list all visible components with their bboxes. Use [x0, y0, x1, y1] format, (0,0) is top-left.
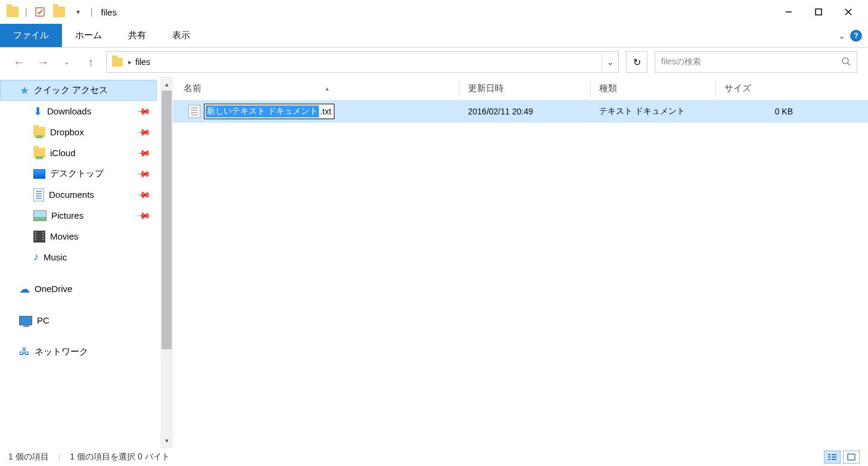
window-title: files [101, 7, 117, 17]
tab-view[interactable]: 表示 [159, 24, 203, 47]
status-item-count: 1 個の項目 [8, 452, 49, 462]
sidebar-item-label: PC [37, 315, 49, 325]
qat-dropdown-icon[interactable]: ▾ [70, 4, 86, 20]
qat-newfolder-icon[interactable] [51, 4, 67, 20]
file-type: テキスト ドキュメント [590, 106, 715, 117]
folder-icon [33, 127, 45, 137]
column-header-size[interactable]: サイズ [715, 79, 805, 97]
sort-indicator-icon: ▴ [326, 85, 329, 92]
status-bar: 1 個の項目 | 1 個の項目を選択 0 バイト [0, 448, 868, 466]
rename-extension: .txt [319, 106, 333, 117]
sidebar-item-music[interactable]: ♪ Music [0, 247, 157, 268]
sidebar-item-pictures[interactable]: Pictures 📌 [0, 205, 157, 226]
star-icon: ★ [20, 84, 29, 97]
address-bar[interactable]: ▸ files ⌄ [106, 51, 619, 73]
file-size: 0 KB [715, 107, 805, 116]
document-icon [33, 188, 44, 201]
separator: | [58, 452, 61, 462]
sidebar-item-label: ネットワーク [35, 346, 88, 358]
separator: | [91, 7, 93, 17]
svg-line-6 [848, 63, 850, 66]
address-separator-icon[interactable]: ▸ [128, 58, 132, 66]
tab-share[interactable]: 共有 [115, 24, 159, 47]
pin-icon: 📌 [136, 103, 151, 119]
search-input[interactable]: filesの検索 [655, 51, 857, 73]
column-header-name[interactable]: 名前 ▴ [173, 79, 459, 97]
rename-selected-text: 新しいテキスト ドキュメント [206, 105, 319, 117]
separator: | [25, 7, 27, 17]
view-large-icons-button[interactable] [843, 451, 860, 464]
status-selection: 1 個の項目を選択 0 バイト [70, 452, 169, 462]
svg-rect-7 [828, 454, 830, 455]
sidebar-item-dropbox[interactable]: Dropbox 📌 [0, 122, 157, 142]
sidebar-item-label: Movies [50, 231, 79, 241]
close-button[interactable] [833, 1, 863, 23]
svg-rect-10 [832, 454, 836, 455]
sidebar-item-desktop[interactable]: デスクトップ 📌 [0, 163, 157, 184]
column-headers: 名前 ▴ 更新日時 種類 サイズ [173, 76, 868, 100]
music-icon: ♪ [33, 251, 39, 263]
pin-icon: 📌 [136, 124, 151, 139]
sidebar-item-label: クイック アクセス [34, 85, 108, 96]
svg-point-5 [842, 58, 848, 64]
sidebar-scrollbar[interactable]: ▴ ▾ [160, 76, 173, 448]
forward-button[interactable]: → [35, 54, 51, 70]
download-icon: ⬇ [33, 105, 42, 118]
file-row[interactable]: 新しいテキスト ドキュメント.txt 2016/02/11 20:49 テキスト… [173, 100, 868, 123]
rename-input[interactable]: 新しいテキスト ドキュメント.txt [204, 104, 334, 119]
tab-home[interactable]: ホーム [62, 24, 115, 47]
search-placeholder: filesの検索 [661, 57, 701, 67]
folder-icon [33, 148, 45, 158]
sidebar-item-label: Dropbox [50, 127, 84, 137]
svg-rect-11 [832, 456, 836, 458]
scroll-up-icon[interactable]: ▴ [165, 79, 169, 89]
ribbon-tabs: ファイル ホーム 共有 表示 ⌄ ? [0, 24, 868, 48]
sidebar-item-label: Pictures [51, 210, 83, 220]
movies-icon [33, 231, 45, 243]
network-icon: 🖧 [19, 346, 30, 358]
recent-locations-button[interactable]: ⌄ [58, 54, 75, 70]
pc-icon [19, 316, 32, 325]
maximize-button[interactable] [804, 1, 833, 23]
column-header-date[interactable]: 更新日時 [459, 79, 590, 97]
sidebar-item-documents[interactable]: Documents 📌 [0, 184, 157, 205]
sidebar-pc[interactable]: PC [0, 310, 157, 331]
sidebar-item-movies[interactable]: Movies [0, 226, 157, 247]
refresh-button[interactable]: ↻ [626, 51, 647, 73]
file-list: 名前 ▴ 更新日時 種類 サイズ 新しいテキスト ドキュメント.txt 2016… [173, 76, 868, 448]
file-date: 2016/02/11 20:49 [459, 107, 590, 116]
sidebar-item-icloud[interactable]: iCloud 📌 [0, 142, 157, 163]
tab-file[interactable]: ファイル [0, 24, 62, 47]
svg-rect-13 [848, 454, 855, 460]
back-button[interactable]: ← [11, 54, 27, 70]
address-history-dropdown[interactable]: ⌄ [602, 52, 618, 72]
svg-rect-2 [816, 9, 822, 15]
minimize-button[interactable] [774, 1, 804, 23]
address-segment[interactable]: files [135, 57, 150, 67]
scroll-down-icon[interactable]: ▾ [165, 435, 169, 446]
help-icon[interactable]: ? [850, 30, 862, 42]
sidebar-item-label: Downloads [47, 106, 91, 116]
up-button[interactable]: ↑ [82, 54, 99, 70]
pin-icon: 📌 [136, 207, 151, 223]
qat-properties-icon[interactable] [32, 4, 48, 20]
sidebar-item-label: iCloud [50, 148, 76, 158]
sidebar-item-label: Documents [49, 189, 94, 200]
sidebar-item-label: OneDrive [35, 284, 72, 294]
text-file-icon [188, 105, 200, 118]
sidebar-network[interactable]: 🖧 ネットワーク [0, 341, 157, 362]
search-icon [841, 57, 851, 68]
sidebar-item-label: デスクトップ [50, 168, 104, 179]
pictures-icon [33, 210, 46, 221]
onedrive-icon: ☁ [19, 282, 30, 296]
sidebar-onedrive[interactable]: ☁ OneDrive [0, 278, 157, 299]
column-header-type[interactable]: 種類 [590, 79, 715, 97]
pin-icon: 📌 [136, 166, 151, 181]
scroll-thumb[interactable] [162, 91, 172, 349]
ribbon-expand-icon[interactable]: ⌄ [838, 31, 845, 41]
sidebar-item-downloads[interactable]: ⬇ Downloads 📌 [0, 101, 157, 122]
sidebar-item-label: Music [44, 252, 67, 262]
sidebar-quick-access[interactable]: ★ クイック アクセス [0, 80, 157, 101]
view-details-button[interactable] [824, 451, 841, 464]
desktop-icon [33, 169, 45, 179]
